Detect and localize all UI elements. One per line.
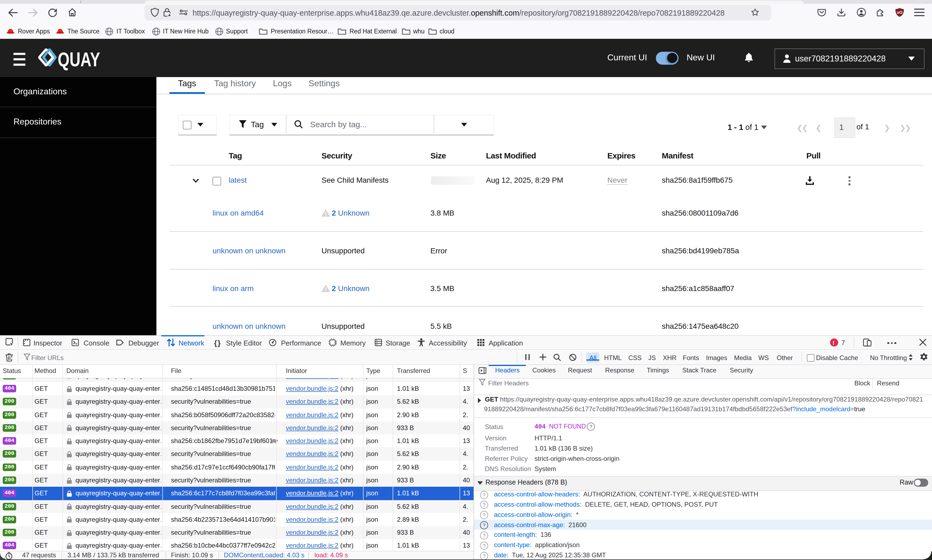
svg-text:uO: uO — [897, 10, 903, 15]
